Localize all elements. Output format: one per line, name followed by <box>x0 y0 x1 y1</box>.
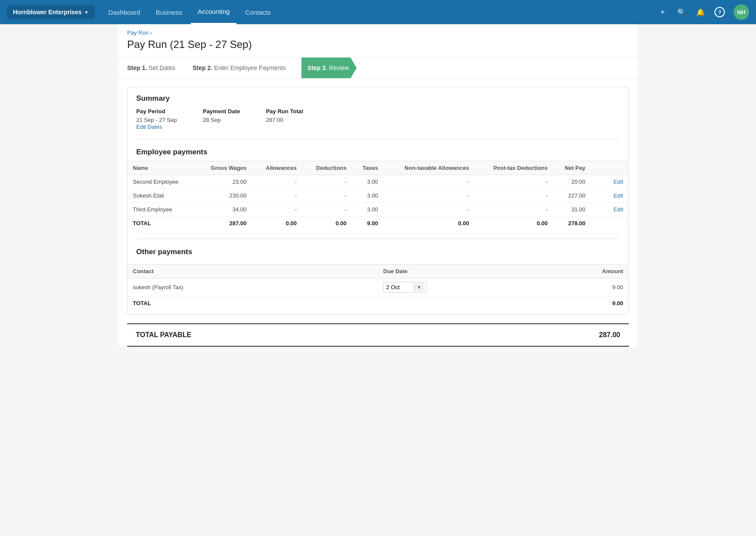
employee-payments-body: Second Employee 23.00 - - 3.00 - - 20.00… <box>128 175 628 230</box>
emp-nontaxable: - <box>383 203 474 217</box>
emp-netpay: 20.00 <box>553 175 590 189</box>
emp-posttax: - <box>474 175 553 189</box>
other-table-header-row: Contact Due Date Amount <box>128 265 628 278</box>
emp-taxes: 3.00 <box>352 175 383 189</box>
pay-run-total-value: 287.00 <box>266 117 283 123</box>
main-card: Summary Pay Period 21 Sep - 27 Sep Edit … <box>127 87 629 315</box>
step1-label: Set Dates <box>149 64 175 71</box>
emp-gross: 23.00 <box>195 175 252 189</box>
nav-actions: + 🔍 🔔 ? NH <box>657 4 749 20</box>
spacer-1 <box>128 230 628 239</box>
emp-total-action <box>590 217 628 230</box>
other-total-amount: 9.00 <box>553 297 628 310</box>
emp-allowances: - <box>252 175 302 189</box>
emp-total-allowances: 0.00 <box>252 217 302 230</box>
employee-payments-table: Name Gross Wages Allowances Deductions T… <box>128 161 628 230</box>
total-payable: TOTAL PAYABLE 287.00 <box>127 323 629 347</box>
nav-business[interactable]: Business <box>149 1 189 24</box>
step-3[interactable]: Step 3. Review <box>301 57 357 78</box>
emp-taxes: 3.00 <box>352 189 383 203</box>
col-posttax: Post-tax Deductions <box>474 161 553 175</box>
step1-num: Step 1. <box>127 64 147 71</box>
emp-name: Second Employee <box>128 175 195 189</box>
step2-num: Step 2. <box>192 64 212 71</box>
emp-netpay: 227.00 <box>553 189 590 203</box>
due-date-dropdown[interactable]: ▼ <box>414 283 424 291</box>
emp-total-label: TOTAL <box>128 217 195 230</box>
other-col-contact: Contact <box>128 265 378 278</box>
emp-taxes: 3.00 <box>352 203 383 217</box>
total-payable-amount: 287.00 <box>599 331 620 339</box>
summary-grid: Pay Period 21 Sep - 27 Sep Edit Dates Pa… <box>128 108 628 139</box>
page-title: Pay Run (21 Sep - 27 Sep) <box>119 37 637 57</box>
emp-netpay: 31.00 <box>553 203 590 217</box>
due-date-input[interactable]: ▼ <box>383 282 426 293</box>
plus-icon[interactable]: + <box>657 8 668 17</box>
emp-posttax: - <box>474 189 553 203</box>
brand-button[interactable]: Hornblower Enterprises ▼ <box>7 5 95 19</box>
avatar[interactable]: NH <box>734 4 749 20</box>
employee-payments-title: Employee payments <box>128 139 628 161</box>
emp-table-header-row: Name Gross Wages Allowances Deductions T… <box>128 161 628 175</box>
emp-nontaxable: - <box>383 189 474 203</box>
col-allowances: Allowances <box>252 161 302 175</box>
emp-total-posttax: 0.00 <box>474 217 553 230</box>
list-item: sukesh (Payroll Tax) ▼ 9.00 <box>128 278 628 297</box>
emp-name: Sukesh Elati <box>128 189 195 203</box>
pay-run-total-label: Pay Run Total <box>266 108 303 115</box>
nav-links: Dashboard Business Accounting Contacts <box>102 0 657 24</box>
emp-gross: 34.00 <box>195 203 252 217</box>
summary-pay-run-total: Pay Run Total 287.00 <box>266 108 303 130</box>
nav-contacts[interactable]: Contacts <box>238 1 278 24</box>
emp-allowances: - <box>252 203 302 217</box>
total-payable-label: TOTAL PAYABLE <box>136 331 191 339</box>
other-total-due <box>378 297 553 310</box>
col-deductions: Deductions <box>302 161 352 175</box>
pay-period-label: Pay Period <box>136 108 177 115</box>
steps-bar: Step 1. Set Dates Step 2. Enter Employee… <box>119 57 637 78</box>
other-col-due-date: Due Date <box>378 265 553 278</box>
spacer-2 <box>128 310 628 314</box>
other-amount: 9.00 <box>553 278 628 297</box>
emp-nontaxable: - <box>383 175 474 189</box>
emp-total-netpay: 278.00 <box>553 217 590 230</box>
col-taxes: Taxes <box>352 161 383 175</box>
nav-accounting[interactable]: Accounting <box>191 0 237 24</box>
other-payments-table: Contact Due Date Amount sukesh (Payroll … <box>128 264 628 310</box>
step3-label: Review <box>329 64 349 71</box>
payment-date-label: Payment Date <box>203 108 240 115</box>
emp-edit-link[interactable]: Edit <box>590 189 628 203</box>
emp-deductions: - <box>302 203 352 217</box>
emp-total-row: TOTAL 287.00 0.00 0.00 9.00 0.00 0.00 27… <box>128 217 628 230</box>
search-icon[interactable]: 🔍 <box>676 8 687 16</box>
summary-pay-period: Pay Period 21 Sep - 27 Sep Edit Dates <box>136 108 177 130</box>
col-netpay: Net Pay <box>553 161 590 175</box>
step-2[interactable]: Step 2. Enter Employee Payments <box>192 64 295 71</box>
emp-gross: 230.00 <box>195 189 252 203</box>
bell-icon[interactable]: 🔔 <box>695 8 706 16</box>
emp-total-nontaxable: 0.00 <box>383 217 474 230</box>
summary-title: Summary <box>128 87 628 108</box>
emp-edit-link[interactable]: Edit <box>590 203 628 217</box>
emp-deductions: - <box>302 189 352 203</box>
edit-dates-link[interactable]: Edit Dates <box>136 124 162 130</box>
table-row: Sukesh Elati 230.00 - - 3.00 - - 227.00 … <box>128 189 628 203</box>
payment-date-value: 28 Sep <box>203 117 221 123</box>
other-payments-body: sukesh (Payroll Tax) ▼ 9.00 TOTAL 9.00 <box>128 278 628 310</box>
help-icon[interactable]: ? <box>714 7 725 17</box>
other-contact: sukesh (Payroll Tax) <box>128 278 378 297</box>
nav-dashboard[interactable]: Dashboard <box>102 1 147 24</box>
table-row: Second Employee 23.00 - - 3.00 - - 20.00… <box>128 175 628 189</box>
navbar: Hornblower Enterprises ▼ Dashboard Busin… <box>0 0 756 24</box>
breadcrumb[interactable]: Pay Run › <box>119 24 637 37</box>
emp-edit-link[interactable]: Edit <box>590 175 628 189</box>
step-1[interactable]: Step 1. Set Dates <box>127 64 184 71</box>
emp-total-taxes: 9.00 <box>352 217 383 230</box>
step3-num: Step 3. <box>308 64 327 71</box>
col-nontaxable: Non-taxable Allowances <box>383 161 474 175</box>
other-total-label: TOTAL <box>128 297 378 310</box>
col-name: Name <box>128 161 195 175</box>
due-date-field[interactable] <box>384 282 414 292</box>
step2-label: Enter Employee Payments <box>214 64 286 71</box>
table-row: Third Employee 34.00 - - 3.00 - - 31.00 … <box>128 203 628 217</box>
